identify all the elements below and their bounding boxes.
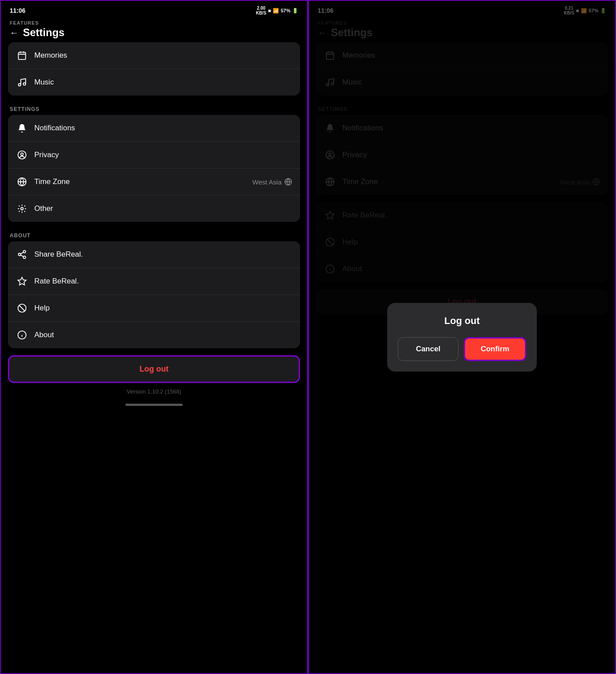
rate-label-left: Rate BeReal. bbox=[34, 277, 292, 286]
modal-title: Log out bbox=[398, 315, 526, 327]
logout-modal: Log out Cancel Confirm bbox=[387, 303, 537, 372]
info-icon-left bbox=[16, 329, 28, 341]
time-left: 11:06 bbox=[10, 7, 26, 14]
notifications-item-left[interactable]: Notifications bbox=[8, 115, 300, 142]
bell-icon-left bbox=[16, 122, 28, 134]
help-label-left: Help bbox=[34, 304, 292, 313]
logout-button-left[interactable]: Log out bbox=[8, 355, 300, 383]
speed-left: 2.00KB/S bbox=[256, 6, 266, 15]
share-item-left[interactable]: Share BeReal. bbox=[8, 241, 300, 268]
memories-item-left[interactable]: Memories bbox=[8, 42, 300, 69]
battery-label-left: 57% bbox=[281, 8, 290, 13]
music-label-left: Music bbox=[34, 78, 292, 87]
svg-point-13 bbox=[23, 250, 26, 253]
svg-point-15 bbox=[23, 256, 26, 259]
about-item-left[interactable]: About bbox=[8, 322, 300, 348]
settings-group-left: Notifications Privacy Time Zone West Asi… bbox=[8, 115, 300, 222]
svg-line-20 bbox=[19, 306, 25, 311]
svg-point-7 bbox=[21, 153, 23, 155]
features-label-left: FEATURES bbox=[10, 20, 298, 26]
svg-line-16 bbox=[21, 255, 23, 257]
music-icon-left bbox=[16, 76, 28, 88]
globe-icon-left bbox=[16, 176, 28, 188]
memories-label-left: Memories bbox=[34, 51, 292, 60]
wifi-icon-left: ■ bbox=[268, 8, 271, 13]
features-group-left: Memories Music bbox=[8, 42, 300, 96]
other-icon-left bbox=[16, 203, 28, 215]
help-icon-left bbox=[16, 302, 28, 314]
star-icon-left bbox=[16, 275, 28, 287]
home-indicator-left bbox=[125, 404, 183, 406]
other-item-left[interactable]: Other bbox=[8, 195, 300, 222]
settings-title-left: ← Settings bbox=[10, 26, 298, 39]
svg-line-17 bbox=[21, 252, 23, 254]
settings-header-left: SETTINGS bbox=[8, 103, 300, 115]
back-arrow-left[interactable]: ← bbox=[10, 28, 18, 38]
status-bar-left: 11:06 2.00KB/S ■ 📶 57% 🔋 bbox=[1, 1, 307, 18]
notifications-label-left: Notifications bbox=[34, 124, 292, 133]
about-header-left: ABOUT bbox=[8, 229, 300, 241]
status-icons-left: 2.00KB/S ■ 📶 57% 🔋 bbox=[256, 6, 298, 15]
left-screen: 11:06 2.00KB/S ■ 📶 57% 🔋 FEATURES ← Sett… bbox=[0, 0, 308, 674]
modal-buttons: Cancel Confirm bbox=[398, 337, 526, 361]
signal-icon-left: 📶 bbox=[273, 8, 279, 14]
privacy-item-left[interactable]: Privacy bbox=[8, 142, 300, 169]
page-title-left: Settings bbox=[23, 26, 65, 39]
right-screen: 11:06 0.21KB/S ■ 📶 57% 🔋 FEATURES ← Sett… bbox=[308, 0, 616, 674]
logout-modal-overlay: Log out Cancel Confirm bbox=[309, 1, 615, 673]
svg-point-5 bbox=[23, 83, 26, 85]
version-left: Version 1.10.2 (1568) bbox=[1, 388, 307, 400]
battery-icon-left: 🔋 bbox=[292, 8, 298, 14]
svg-rect-0 bbox=[18, 52, 26, 60]
other-label-left: Other bbox=[34, 204, 292, 213]
about-group-left: Share BeReal. Rate BeReal. Help bbox=[8, 241, 300, 348]
privacy-icon-left bbox=[16, 149, 28, 161]
privacy-label-left: Privacy bbox=[34, 151, 292, 159]
rate-item-left[interactable]: Rate BeReal. bbox=[8, 268, 300, 295]
cancel-button[interactable]: Cancel bbox=[398, 337, 458, 361]
confirm-button[interactable]: Confirm bbox=[464, 337, 526, 361]
svg-point-12 bbox=[21, 207, 23, 210]
svg-point-4 bbox=[18, 84, 21, 86]
timezone-item-left[interactable]: Time Zone West Asia bbox=[8, 169, 300, 195]
share-icon-left bbox=[16, 248, 28, 261]
calendar-icon-left bbox=[16, 49, 28, 62]
content-left: Memories Music SETTINGS Notifications bbox=[1, 42, 307, 355]
svg-point-14 bbox=[18, 253, 21, 256]
timezone-value-left: West Asia bbox=[253, 178, 292, 186]
about-label-left: About bbox=[34, 331, 292, 339]
help-item-left[interactable]: Help bbox=[8, 295, 300, 322]
music-item-left[interactable]: Music bbox=[8, 69, 300, 96]
timezone-label-left: Time Zone bbox=[34, 177, 253, 186]
share-label-left: Share BeReal. bbox=[34, 250, 292, 259]
header-left: FEATURES ← Settings bbox=[1, 18, 307, 42]
svg-marker-18 bbox=[18, 277, 26, 285]
